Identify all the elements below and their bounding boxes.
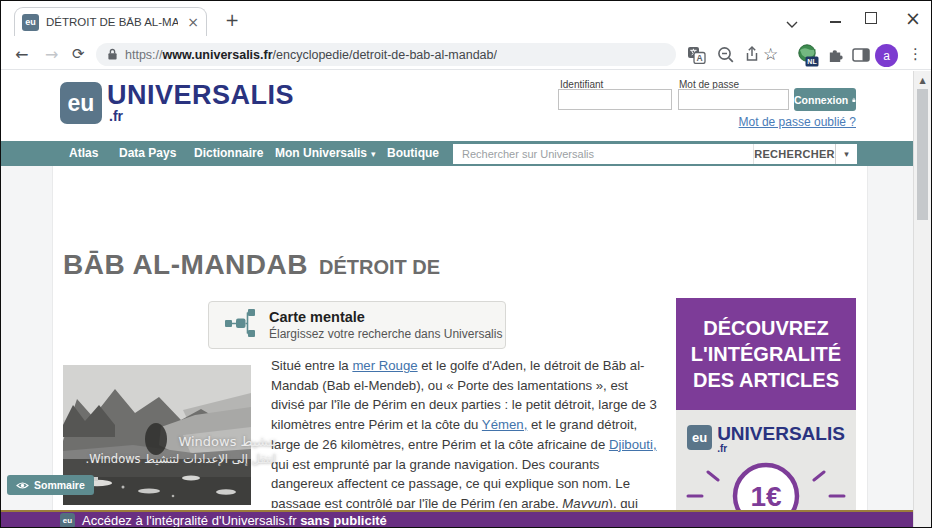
nav-item-label: Mon Universalis xyxy=(275,146,367,160)
universalis-logo-icon[interactable]: eu xyxy=(60,82,102,124)
banner-text-bold: sans publicité xyxy=(300,513,387,528)
url-domain: www.universalis.fr xyxy=(163,48,273,62)
universalis-logo-icon: eu xyxy=(687,425,712,450)
chevron-down-icon: ▾ xyxy=(371,149,376,159)
mindmap-subtitle: Élargissez votre recherche dans Universa… xyxy=(269,327,502,341)
watermark-line1: تنشيط Windows xyxy=(36,434,276,449)
mindmap-icon xyxy=(224,307,256,343)
svg-text:A: A xyxy=(696,53,702,63)
connexion-label: Connexion xyxy=(794,94,848,106)
tab-title: DÉTROIT DE BĀB AL-MANDAB - E xyxy=(46,16,178,28)
ad-logo-fr: .fr xyxy=(717,443,845,454)
tab-search-chevron-icon[interactable] xyxy=(786,14,798,32)
maximize-button[interactable] xyxy=(865,12,877,24)
ad-headline: DÉCOUVREZ L'INTÉGRALITÉ DES ARTICLES xyxy=(688,315,844,393)
nav-item-atlas[interactable]: Atlas xyxy=(69,141,98,166)
zoom-out-icon[interactable] xyxy=(717,46,735,68)
sommaire-button[interactable]: Sommaire xyxy=(7,475,94,495)
search-input[interactable] xyxy=(453,144,753,164)
search-bar: RECHERCHER ▾ xyxy=(453,144,857,164)
bookmark-star-icon[interactable]: ☆ xyxy=(763,44,778,64)
subscription-banner[interactable]: eu Accédez à l'intégralité d'Universalis… xyxy=(1,510,913,528)
extensions-puzzle-icon[interactable] xyxy=(827,46,844,67)
right-gutter xyxy=(867,166,913,528)
article-paragraph: Situé entre la mer Rouge et le golfe d'A… xyxy=(271,356,665,508)
scrollbar-up-arrow[interactable]: ▲ xyxy=(914,76,931,85)
browser-menu-icon[interactable]: ⋮ xyxy=(908,45,923,63)
minimize-button[interactable] xyxy=(825,13,845,25)
eye-icon xyxy=(16,481,29,490)
universalis-logo-icon: eu xyxy=(60,513,75,528)
address-bar[interactable]: https://www.universalis.fr/encyclopedie/… xyxy=(96,43,676,66)
nav-item-data-pays[interactable]: Data Pays xyxy=(119,141,176,166)
windows-activation-watermark: تنشيط Windows انتقل إلى الإعدادات لتنشيط… xyxy=(36,434,276,466)
lock-icon xyxy=(852,95,856,105)
browser-window: DÉTROIT DE BĀB AL-MANDAB - E eu DÉTROIT … xyxy=(0,0,932,528)
lock-icon xyxy=(107,48,118,61)
new-tab-button[interactable]: + xyxy=(222,10,242,30)
article-title-sub: DÉTROIT DE xyxy=(319,256,440,278)
identifiant-field[interactable] xyxy=(558,89,672,110)
banner-text-normal: Accédez à l'intégralité d'Universalis.fr xyxy=(82,513,300,528)
profile-avatar[interactable]: a xyxy=(875,44,898,67)
ad-logo-name: UNIVERSALIS xyxy=(717,425,845,443)
page-title: BĀB AL-MANDABDÉTROIT DE xyxy=(63,245,440,282)
window-close-button[interactable]: × xyxy=(902,7,924,29)
page-scrollbar[interactable]: ▲ xyxy=(913,71,931,528)
nl-extension-icon[interactable]: NL xyxy=(796,43,820,67)
browser-tab[interactable]: DÉTROIT DE BĀB AL-MANDAB - E eu DÉTROIT … xyxy=(14,7,207,36)
watermark-line2: انتقل إلى الإعدادات لتنشيط Windows. xyxy=(36,452,276,466)
url-path: /encyclopedie/detroit-de-bab-al-mandab/ xyxy=(273,48,497,62)
tab-favicon-icon: eu xyxy=(22,14,39,31)
url-scheme: https:// xyxy=(125,48,163,62)
nav-item-dictionnaire[interactable]: Dictionnaire xyxy=(194,141,263,166)
password-field[interactable] xyxy=(678,89,789,110)
left-gutter xyxy=(1,166,53,528)
mindmap-title: Carte mentale xyxy=(269,309,502,325)
forward-icon[interactable]: → xyxy=(45,45,58,64)
carte-mentale-card[interactable]: Carte mentale Élargissez votre recherche… xyxy=(208,301,506,349)
forgot-password-link[interactable]: Mot de passe oublié ? xyxy=(663,115,856,129)
mindmap-texts: Carte mentale Élargissez votre recherche… xyxy=(269,309,502,341)
article-link[interactable]: Yémen, xyxy=(482,417,527,432)
scrollbar-thumb[interactable] xyxy=(917,89,928,220)
url-text: https://www.universalis.fr/encyclopedie/… xyxy=(125,48,497,62)
translate-icon[interactable]: A xyxy=(687,46,706,68)
price-text: 1€ xyxy=(750,481,782,512)
article-italic-term: Mayyun xyxy=(562,496,608,508)
article-link[interactable]: Djibouti, xyxy=(609,437,657,452)
search-button[interactable]: RECHERCHER xyxy=(753,144,835,164)
article-title-main: BĀB AL-MANDAB xyxy=(63,249,308,280)
universalis-logo-fr: .fr xyxy=(109,108,123,124)
nav-item-mon-universalis[interactable]: Mon Universalis▾ xyxy=(275,141,376,166)
reload-icon[interactable]: ⟳ xyxy=(72,45,85,63)
side-panel-icon[interactable] xyxy=(852,48,870,66)
back-icon[interactable]: ← xyxy=(15,45,28,64)
ad-logo: eu UNIVERSALIS .fr xyxy=(676,425,856,454)
ad-discover-banner[interactable]: DÉCOUVREZ L'INTÉGRALITÉ DES ARTICLES xyxy=(676,298,856,410)
share-icon[interactable] xyxy=(743,45,761,67)
article-text: Situé entre la xyxy=(271,358,352,373)
universalis-logo-name[interactable]: UNIVERSALIS xyxy=(107,80,294,111)
nl-badge: NL xyxy=(807,58,817,65)
nav-item-boutique[interactable]: Boutique xyxy=(387,141,439,166)
sommaire-label: Sommaire xyxy=(34,479,85,491)
search-options-caret[interactable]: ▾ xyxy=(835,144,857,164)
tab-close-icon[interactable]: × xyxy=(187,15,199,29)
tab-strip: DÉTROIT DE BĀB AL-MANDAB - E eu DÉTROIT … xyxy=(1,1,931,36)
article-link[interactable]: mer Rouge xyxy=(352,358,417,373)
connexion-button[interactable]: Connexion xyxy=(794,88,856,111)
banner-text: Accédez à l'intégralité d'Universalis.fr… xyxy=(82,513,387,528)
